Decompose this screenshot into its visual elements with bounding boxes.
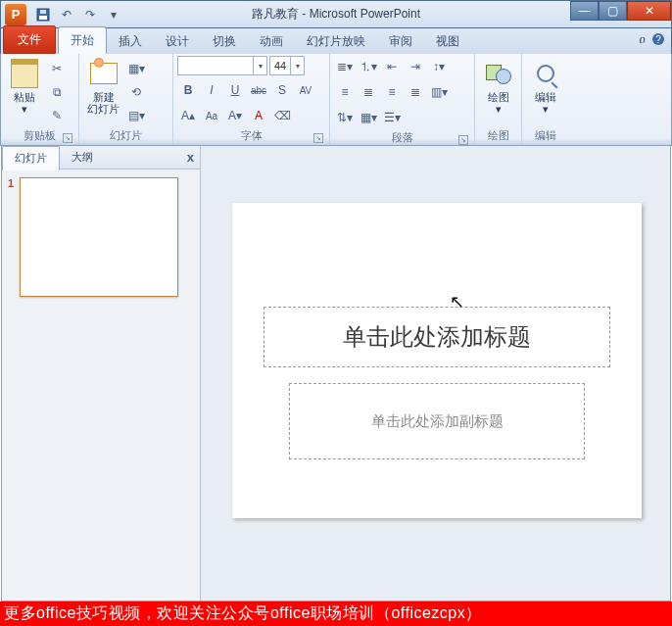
subtitle-placeholder[interactable]: 单击此处添加副标题: [289, 383, 585, 459]
group-paragraph: ≣▾ ⒈▾ ⇤ ⇥ ↕▾ ≡ ≣ ≡ ≣ ▥▾ ⇅▾ ▦▾ ☰▾ 段落↘: [330, 54, 475, 145]
file-tab[interactable]: 文件: [3, 25, 56, 54]
save-icon[interactable]: [32, 5, 54, 24]
paragraph-launcher[interactable]: ↘: [458, 135, 468, 145]
grow-font-icon[interactable]: A▴: [177, 105, 199, 126]
bold-button[interactable]: B: [177, 79, 199, 101]
inc-indent-icon[interactable]: ⇥: [405, 56, 426, 77]
italic-button[interactable]: I: [201, 79, 222, 101]
tab-animations[interactable]: 动画: [248, 28, 295, 54]
collapse-ribbon-icon[interactable]: ዐ: [639, 32, 646, 46]
columns-icon[interactable]: ▥▾: [428, 81, 450, 103]
pane-close-button[interactable]: x: [187, 150, 194, 165]
thumbnail-list[interactable]: 1: [2, 169, 200, 601]
app-icon: P: [5, 4, 26, 25]
font-name-combo[interactable]: ▾: [177, 56, 267, 75]
chevron-down-icon[interactable]: ▾: [290, 56, 304, 75]
group-editing: 编辑▾ 编辑: [522, 54, 569, 145]
tab-review[interactable]: 审阅: [377, 28, 424, 54]
change-case-button[interactable]: Aa: [201, 105, 222, 126]
pane-tabs: 幻灯片 大纲 x: [2, 146, 200, 169]
layout-icon[interactable]: ▦▾: [125, 58, 147, 79]
drawing-button[interactable]: 绘图▾: [479, 56, 518, 117]
thumbnail-pane: 幻灯片 大纲 x 1: [2, 146, 201, 601]
ribbon: 粘贴▾ ✂ ⧉ ✎ 剪贴板↘ 新建 幻灯片 ▦▾ ⟲ ▤▾ 幻灯片: [0, 54, 672, 146]
slide-canvas[interactable]: 单击此处添加标题 单击此处添加副标题 ↖: [232, 203, 642, 518]
title-placeholder[interactable]: 单击此处添加标题: [264, 307, 610, 367]
thumbnail-preview[interactable]: [20, 177, 178, 297]
svg-text:?: ?: [655, 34, 661, 45]
group-slides: 新建 幻灯片 ▦▾ ⟲ ▤▾ 幻灯片: [79, 54, 173, 145]
help-area: ዐ ?: [639, 32, 665, 46]
group-label-paragraph: 段落↘: [334, 128, 470, 147]
editing-button[interactable]: 编辑▾: [526, 56, 565, 117]
numbering-icon[interactable]: ⒈▾: [358, 56, 379, 77]
footer-banner: 更多office技巧视频，欢迎关注公众号office职场培训（officezcp…: [0, 602, 672, 626]
section-icon[interactable]: ▤▾: [125, 105, 147, 126]
qat-more-icon[interactable]: ▾: [103, 5, 124, 24]
new-slide-button[interactable]: 新建 幻灯片: [83, 56, 123, 117]
workarea: 幻灯片 大纲 x 1 单击此处添加标题 单击此处添加副标题 ↖: [1, 146, 671, 602]
underline-button[interactable]: U: [224, 79, 246, 101]
tab-insert[interactable]: 插入: [107, 28, 154, 54]
format-painter-icon[interactable]: ✎: [46, 105, 68, 126]
group-label-editing: 编辑: [526, 126, 565, 145]
find-icon: [537, 65, 554, 82]
font-size-combo[interactable]: 44▾: [269, 56, 305, 75]
tab-transitions[interactable]: 切换: [201, 28, 248, 54]
reset-icon[interactable]: ⟲: [125, 81, 147, 103]
tab-thumbnails[interactable]: 幻灯片: [2, 146, 60, 170]
thumbnail-number: 1: [8, 177, 14, 297]
spacing-button[interactable]: AV: [295, 79, 316, 101]
shadow-button[interactable]: S: [271, 79, 293, 101]
redo-icon[interactable]: ↷: [79, 5, 101, 24]
cut-icon[interactable]: ✂: [46, 58, 68, 79]
bullets-icon[interactable]: ≣▾: [334, 56, 356, 77]
shapes-icon: [486, 63, 511, 84]
group-label-clipboard: 剪贴板↘: [5, 126, 74, 145]
paste-button[interactable]: 粘贴▾: [5, 56, 44, 117]
ribbon-tabstrip: 文件 开始 插入 设计 切换 动画 幻灯片放映 审阅 视图 ዐ ?: [0, 28, 672, 54]
group-font: ▾ 44▾ B I U abc S AV A▴ Aa A▾ A ⌫ 字体↘: [173, 54, 330, 145]
help-icon[interactable]: ?: [651, 32, 665, 46]
group-drawing: 绘图▾ 绘图: [475, 54, 522, 145]
line-spacing-icon[interactable]: ↕▾: [428, 56, 450, 77]
font-color-button[interactable]: A: [248, 105, 269, 126]
shrink-font-icon[interactable]: A▾: [224, 105, 246, 126]
window-controls: — ▢ ✕: [570, 1, 671, 21]
tab-view[interactable]: 视图: [424, 28, 471, 54]
thumbnail-item[interactable]: 1: [8, 177, 194, 297]
group-clipboard: 粘贴▾ ✂ ⧉ ✎ 剪贴板↘: [1, 54, 79, 145]
smartart-icon[interactable]: ☰▾: [381, 107, 403, 128]
titlebar: P ↶ ↷ ▾ 路凡教育 - Microsoft PowerPoint — ▢ …: [0, 0, 672, 28]
font-launcher[interactable]: ↘: [313, 133, 323, 143]
undo-icon[interactable]: ↶: [56, 5, 77, 24]
slide-editor[interactable]: 单击此处添加标题 单击此处添加副标题 ↖: [201, 146, 670, 601]
group-label-drawing: 绘图: [479, 126, 517, 145]
chevron-down-icon[interactable]: ▾: [253, 56, 266, 75]
align-right-icon[interactable]: ≡: [381, 81, 403, 103]
copy-icon[interactable]: ⧉: [46, 81, 68, 103]
tab-home[interactable]: 开始: [58, 26, 107, 54]
group-label-slides: 幻灯片: [83, 126, 168, 145]
align-center-icon[interactable]: ≣: [358, 81, 379, 103]
svg-rect-1: [39, 16, 47, 20]
justify-icon[interactable]: ≣: [405, 81, 426, 103]
quick-access-toolbar: ↶ ↷ ▾: [32, 5, 124, 24]
tab-design[interactable]: 设计: [154, 28, 201, 54]
clipboard-launcher[interactable]: ↘: [63, 133, 72, 143]
new-slide-icon: [90, 63, 118, 84]
clipboard-icon: [11, 59, 38, 88]
svg-rect-2: [40, 10, 46, 14]
tab-slideshow[interactable]: 幻灯片放映: [295, 28, 377, 54]
text-direction-icon[interactable]: ⇅▾: [334, 107, 356, 128]
minimize-button[interactable]: —: [570, 1, 599, 21]
close-button[interactable]: ✕: [627, 1, 671, 21]
group-label-font: 字体↘: [177, 126, 325, 145]
clear-format-icon[interactable]: ⌫: [271, 105, 293, 126]
dec-indent-icon[interactable]: ⇤: [381, 56, 403, 77]
align-text-icon[interactable]: ▦▾: [358, 107, 379, 128]
align-left-icon[interactable]: ≡: [334, 81, 356, 103]
maximize-button[interactable]: ▢: [599, 1, 627, 21]
tab-outline[interactable]: 大纲: [60, 146, 105, 169]
strike-button[interactable]: abc: [248, 79, 269, 101]
